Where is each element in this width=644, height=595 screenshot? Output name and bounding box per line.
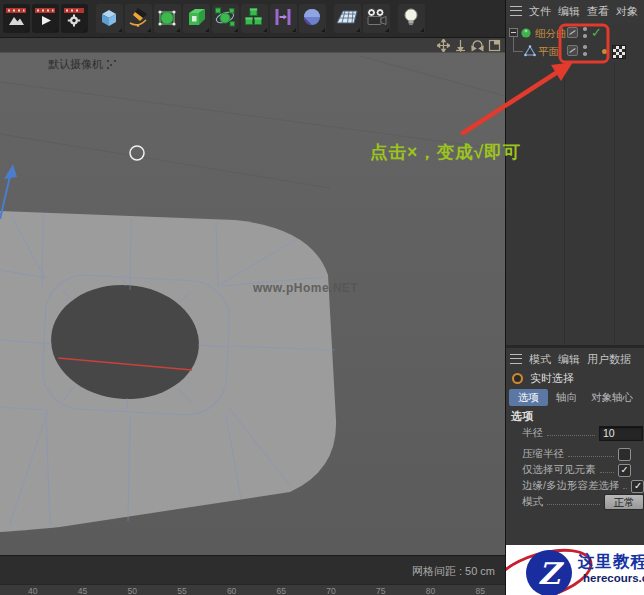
grid-spacing-label: 网格间距 : 50 cm (412, 564, 495, 579)
dot-leader (568, 455, 614, 457)
enable-check-icon[interactable]: ✓ (591, 25, 602, 40)
tag-dot-icon[interactable] (602, 49, 607, 54)
ruler-tick: 85 (475, 586, 484, 595)
ruler-tick: 60 (227, 586, 236, 595)
tab-axis[interactable]: 轴向 (550, 389, 583, 406)
field-label: 仅选择可见元素 (522, 463, 596, 477)
compress-radius-checkbox[interactable] (618, 448, 631, 461)
ruler-tick: 80 (426, 586, 435, 595)
selection-cursor-circle (130, 146, 144, 160)
dot-leader (547, 434, 595, 436)
am-menu-edit[interactable]: 编辑 (558, 352, 580, 367)
only-visible-checkbox[interactable]: ✓ (618, 464, 631, 477)
radius-input[interactable]: 10 (599, 426, 643, 441)
logo-letter: Z (538, 556, 560, 591)
live-selection-icon (512, 373, 523, 384)
menu-icon[interactable] (510, 354, 522, 364)
ruler-tick: 45 (78, 586, 87, 595)
ruler-tick: 75 (376, 586, 385, 595)
am-menu-mode[interactable]: 模式 (529, 352, 551, 367)
field-label: 压缩半径 (522, 447, 564, 461)
dolly-icon[interactable] (454, 39, 467, 52)
rotate-icon[interactable] (471, 39, 484, 52)
plane-object-icon (524, 45, 536, 57)
spline-pen-icon[interactable] (125, 4, 152, 33)
ruler-tick: 70 (326, 586, 335, 595)
toggle-active-view-icon[interactable] (488, 39, 501, 52)
render-settings-icon[interactable] (61, 4, 88, 33)
field-tolerant-selection: 边缘/多边形容差选择 ✓ (506, 478, 644, 494)
am-menu-userdata[interactable]: 用户数据 (587, 352, 631, 367)
light-icon[interactable] (398, 4, 425, 33)
field-label: 模式 (522, 495, 543, 509)
tab-options[interactable]: 选项 (509, 389, 548, 406)
field-only-visible: 仅选择可见元素 ✓ (506, 462, 644, 478)
tool-title: 实时选择 (530, 371, 574, 386)
ruler-tick: 40 (28, 586, 37, 595)
camera-label: 默认摄像机 (48, 57, 103, 72)
floor-icon[interactable] (334, 4, 361, 33)
watermark: www.pHome.NET (253, 281, 358, 295)
clone-cubes-icon[interactable] (241, 4, 268, 33)
camera-move-icon (107, 60, 117, 69)
render-view-icon[interactable] (3, 4, 30, 33)
scene-3d (0, 38, 505, 555)
object-row-plane[interactable]: 平面 (506, 43, 644, 60)
modeling-atom-icon[interactable] (212, 4, 239, 33)
om-menu-edit[interactable]: 编辑 (558, 4, 580, 19)
object-manager-menubar: 文件 编辑 查看 对象 标 (506, 0, 644, 22)
om-menu-file[interactable]: 文件 (529, 4, 551, 19)
field-label: 边缘/多边形容差选择 (522, 479, 619, 493)
field-compress-radius: 压缩半径 (506, 446, 644, 462)
deformer-icon[interactable] (270, 4, 297, 33)
field-mode: 模式 正常 (506, 494, 644, 510)
layer-icon[interactable] (567, 27, 578, 38)
visibility-dots-icon[interactable] (583, 45, 587, 57)
visibility-dots-icon[interactable] (583, 27, 587, 39)
timeline-ruler[interactable]: 40 45 50 55 60 65 70 75 80 85 (0, 584, 505, 595)
generator-cube-icon[interactable] (183, 4, 210, 33)
camera-icon[interactable] (363, 4, 390, 33)
attribute-tabs: 选项 轴向 对象轴心 细分 (506, 389, 644, 406)
tool-header: 实时选择 (506, 369, 644, 388)
attribute-manager-menubar: 模式 编辑 用户数据 (506, 348, 644, 370)
tree-branch-line (513, 37, 523, 52)
object-tree: 细分曲面 ✓ 平面 (506, 23, 644, 345)
viewport-header-bar (0, 38, 505, 53)
object-row-subdivision-surface[interactable]: 细分曲面 ✓ (506, 25, 644, 42)
field-label: 半径 (522, 426, 543, 440)
pan-icon[interactable] (437, 39, 450, 52)
perspective-grid-lines (0, 56, 505, 188)
primitive-cube-icon[interactable] (96, 4, 123, 33)
logo-title: 这里教程网 (578, 551, 644, 573)
status-bar: 网格间距 : 50 cm (0, 555, 505, 584)
c4d-window: 默认摄像机 www.pHome.NET 网格间距 : 50 cm 40 45 5… (0, 0, 644, 595)
dot-leader (547, 503, 600, 505)
subdivision-surface-icon[interactable] (154, 4, 181, 33)
ruler-tick: 50 (127, 586, 136, 595)
right-panel: 文件 编辑 查看 对象 标 细分曲面 ✓ 平面 (505, 0, 644, 595)
field-radius: 半径 10 (506, 425, 644, 441)
viewport-canvas[interactable]: 默认摄像机 www.pHome.NET (0, 38, 505, 555)
environment-sphere-icon[interactable] (299, 4, 326, 33)
tab-object-axis[interactable]: 对象轴心 (585, 389, 639, 406)
camera-menu[interactable]: 默认摄像机 (48, 57, 117, 72)
section-title: 选项 (511, 409, 533, 424)
ruler-tick: 65 (277, 586, 286, 595)
tolerant-selection-checkbox[interactable]: ✓ (631, 480, 644, 493)
om-column-divider (564, 62, 565, 345)
axis-arrow-blue (0, 164, 17, 219)
checker-tag-icon[interactable] (612, 45, 626, 59)
collapse-icon[interactable] (509, 28, 518, 37)
render-to-picture-viewer-icon[interactable] (32, 4, 59, 33)
om-column-divider (614, 62, 615, 345)
logo-mark: Z (526, 550, 572, 595)
object-label[interactable]: 平面 (538, 45, 559, 59)
om-menu-view[interactable]: 查看 (587, 4, 609, 19)
layer-icon[interactable] (567, 45, 578, 56)
ruler-tick: 55 (177, 586, 186, 595)
site-logo: Z 这里教程网 herecours.com (506, 545, 644, 595)
mode-dropdown[interactable]: 正常 (604, 494, 644, 510)
menu-icon[interactable] (510, 6, 522, 16)
om-menu-object[interactable]: 对象 (616, 4, 638, 19)
